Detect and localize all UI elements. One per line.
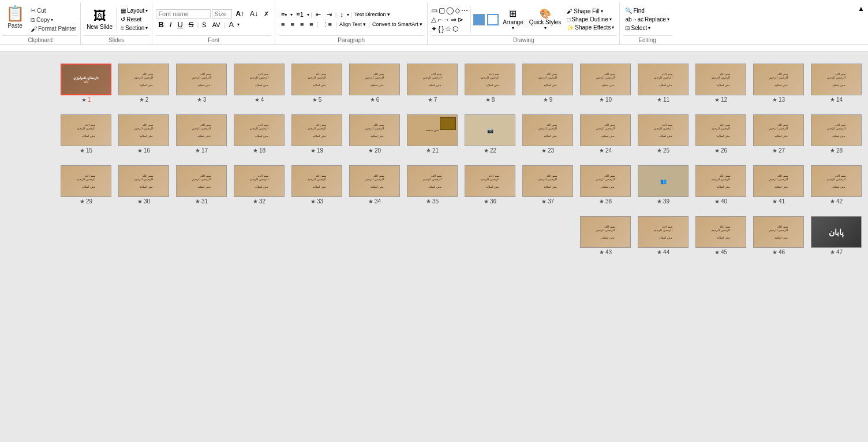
char-spacing-button[interactable]: AV — [210, 21, 223, 29]
slide-star-39[interactable]: ★ — [657, 198, 662, 205]
slide-star-6[interactable]: ★ — [370, 96, 375, 103]
align-center-button[interactable]: ≡ — [288, 20, 296, 28]
slide-star-36[interactable]: ★ — [484, 198, 489, 205]
slide-thumb-9[interactable]: بسم اللهالرحمن الرحیممتن اسلاید — [522, 64, 573, 95]
slide-star-29[interactable]: ★ — [80, 198, 85, 205]
slide-thumb-8[interactable]: بسم اللهالرحمن الرحیممتن اسلاید — [465, 64, 515, 95]
slide-star-19[interactable]: ★ — [310, 147, 316, 154]
slide-thumb-39[interactable]: 👥 — [638, 165, 689, 197]
shape-brace[interactable]: } — [442, 25, 444, 33]
ribbon-collapse-button[interactable]: ▲ — [854, 2, 868, 15]
slide-star-3[interactable]: ★ — [197, 96, 202, 103]
slide-thumb-19[interactable]: بسم اللهالرحمن الرحیممتن اسلاید — [291, 114, 342, 146]
slide-star-10[interactable]: ★ — [599, 96, 604, 103]
shape-more[interactable]: ⋯ — [461, 6, 468, 14]
slide-star-26[interactable]: ★ — [714, 147, 720, 154]
slide-star-46[interactable]: ★ — [772, 249, 777, 255]
slide-thumb-15[interactable]: بسم اللهالرحمن الرحیممتن اسلاید — [61, 114, 111, 146]
slide-star-45[interactable]: ★ — [714, 249, 720, 255]
slide-thumb-4[interactable]: بسم اللهالرحمن الرحیممتن اسلاید — [234, 64, 285, 95]
format-painter-button[interactable]: 🖌 Format Painter — [29, 25, 78, 33]
reset-button[interactable]: ↺Reset — [119, 16, 149, 23]
slide-thumb-25[interactable]: بسم اللهالرحمن الرحیممتن اسلاید — [638, 114, 689, 146]
slide-thumb-24[interactable]: بسم اللهالرحمن الرحیممتن اسلاید — [580, 114, 631, 146]
slide-thumb-18[interactable]: بسم اللهالرحمن الرحیممتن اسلاید — [234, 114, 285, 146]
font-color-button[interactable]: A — [226, 20, 236, 29]
slide-thumb-44[interactable]: بسم اللهالرحمن الرحیممتن اسلاید — [638, 216, 689, 248]
slide-star-30[interactable]: ★ — [137, 198, 143, 205]
slide-thumb-30[interactable]: بسم اللهالرحمن الرحیممتن اسلاید — [118, 165, 169, 197]
slide-thumb-17[interactable]: بسم اللهالرحمن الرحیممتن اسلاید — [176, 114, 227, 146]
shape-oval[interactable]: ◯ — [446, 6, 454, 14]
slide-star-41[interactable]: ★ — [772, 198, 777, 205]
layout-button[interactable]: ▦Layout▾ — [119, 7, 149, 14]
slide-thumb-14[interactable]: بسم اللهالرحمن الرحیممتن اسلاید — [811, 64, 862, 95]
slide-thumb-34[interactable]: بسم اللهالرحمن الرحیممتن اسلاید — [349, 165, 400, 197]
grow-font-button[interactable]: A↑ — [233, 9, 246, 18]
text-direction-button[interactable]: Text Direction ▾ — [353, 11, 391, 18]
line-spacing-button[interactable]: ↕ — [338, 10, 346, 18]
slide-star-40[interactable]: ★ — [714, 198, 720, 205]
slide-star-2[interactable]: ★ — [139, 96, 144, 103]
slide-thumb-45[interactable]: بسم اللهالرحمن الرحیممتن اسلاید — [695, 216, 746, 248]
slide-thumb-20[interactable]: بسم اللهالرحمن الرحیممتن اسلاید — [349, 114, 400, 146]
shape-bracket[interactable]: { — [438, 25, 440, 33]
shape-rounded[interactable]: ▢ — [439, 6, 445, 14]
slide-star-28[interactable]: ★ — [830, 147, 835, 154]
align-text-button[interactable]: Align Text ▾ — [338, 21, 367, 28]
shape-diamond[interactable]: ◇ — [455, 6, 460, 14]
slide-star-35[interactable]: ★ — [426, 198, 431, 205]
slide-star-33[interactable]: ★ — [310, 198, 316, 205]
slide-thumb-5[interactable]: بسم اللهالرحمن الرحیممتن اسلاید — [291, 64, 342, 95]
slide-star-1[interactable]: ★ — [81, 96, 87, 103]
slide-thumb-23[interactable]: بسم اللهالرحمن الرحیممتن اسلاید — [522, 114, 573, 146]
slide-thumb-10[interactable]: بسم اللهالرحمن الرحیممتن اسلاید — [580, 64, 631, 95]
shape-arrow2[interactable]: ⇒ — [451, 16, 457, 24]
slide-thumb-31[interactable]: بسم اللهالرحمن الرحیممتن اسلاید — [176, 165, 227, 197]
columns-button[interactable]: ⋮≡ — [320, 20, 334, 29]
slide-thumb-37[interactable]: بسم اللهالرحمن الرحیممتن اسلاید — [522, 165, 573, 197]
font-size-input[interactable] — [212, 9, 232, 18]
increase-indent-button[interactable]: ⇥ — [324, 10, 334, 19]
slide-star-43[interactable]: ★ — [599, 249, 604, 255]
italic-button[interactable]: I — [167, 20, 174, 29]
slide-star-14[interactable]: ★ — [830, 96, 835, 103]
slide-star-27[interactable]: ★ — [772, 147, 777, 154]
slide-thumb-1[interactable]: تازه‌های تکنولوژیارائه — [61, 64, 111, 95]
slide-thumb-28[interactable]: بسم اللهالرحمن الرحیممتن اسلاید — [811, 114, 862, 146]
shape-arrow[interactable]: → — [443, 16, 450, 24]
shape-outline-button[interactable]: □Shape Outline▾ — [565, 16, 616, 23]
slide-star-17[interactable]: ★ — [195, 147, 200, 154]
slide-thumb-36[interactable]: بسم اللهالرحمن الرحیممتن اسلاید — [465, 165, 515, 197]
slide-thumb-13[interactable]: بسم اللهالرحمن الرحیممتن اسلاید — [753, 64, 804, 95]
slide-star-7[interactable]: ★ — [428, 96, 433, 103]
slide-star-37[interactable]: ★ — [541, 198, 547, 205]
underline-button[interactable]: U — [175, 20, 185, 29]
slide-star-32[interactable]: ★ — [253, 198, 258, 205]
slide-star-38[interactable]: ★ — [599, 198, 604, 205]
slide-thumb-47[interactable]: پایان — [811, 216, 862, 248]
slide-star-18[interactable]: ★ — [253, 147, 258, 154]
numbering-button[interactable]: ≡1 — [294, 10, 306, 18]
slide-star-25[interactable]: ★ — [657, 147, 662, 154]
slide-star-47[interactable]: ★ — [830, 249, 835, 255]
shape-curly[interactable]: ☆ — [445, 25, 451, 33]
slide-thumb-40[interactable]: بسم اللهالرحمن الرحیممتن اسلاید — [695, 165, 746, 197]
slide-thumb-35[interactable]: بسم اللهالرحمن الرحیممتن اسلاید — [407, 165, 458, 197]
slide-thumb-7[interactable]: بسم اللهالرحمن الرحیممتن اسلاید — [407, 64, 458, 95]
justify-button[interactable]: ≡ — [307, 20, 315, 28]
shape-rect[interactable]: ▭ — [431, 6, 437, 14]
paste-button[interactable]: 📋 Paste — [2, 3, 28, 35]
slide-thumb-21[interactable]: متن صفحه — [407, 114, 458, 146]
slide-star-21[interactable]: ★ — [426, 147, 431, 154]
slide-star-4[interactable]: ★ — [255, 96, 260, 103]
slide-thumb-16[interactable]: بسم اللهالرحمن الرحیممتن اسلاید — [118, 114, 169, 146]
slide-thumb-27[interactable]: بسم اللهالرحمن الرحیممتن اسلاید — [753, 114, 804, 146]
slide-star-11[interactable]: ★ — [657, 96, 662, 103]
copy-button[interactable]: ⧉ Copy ▾ — [29, 16, 78, 24]
slide-thumb-33[interactable]: بسم اللهالرحمن الرحیممتن اسلاید — [291, 165, 342, 197]
fill-color-swatch[interactable] — [473, 14, 485, 25]
strikethrough-button[interactable]: S — [186, 20, 196, 29]
find-button[interactable]: 🔍Find — [623, 7, 671, 14]
new-slide-button[interactable]: 🖼 New Slide — [83, 8, 117, 31]
